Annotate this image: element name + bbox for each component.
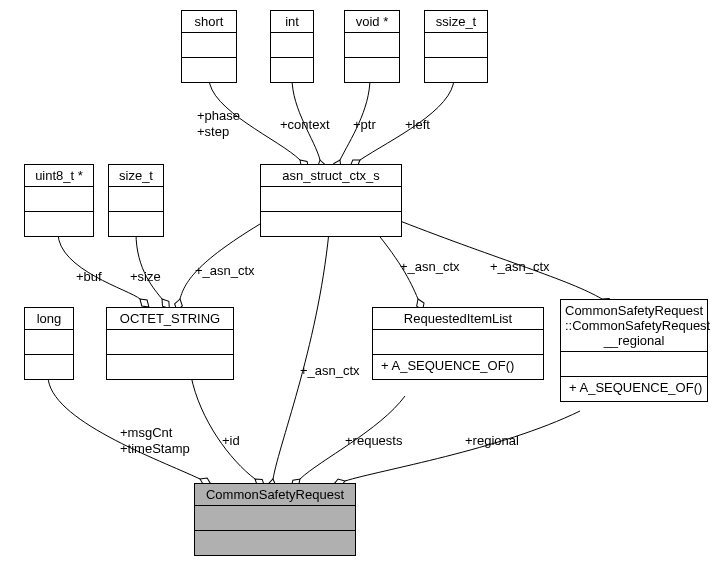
class-octet-string: OCTET_STRING bbox=[106, 307, 234, 380]
class-title-line: __regional bbox=[565, 333, 703, 348]
class-title: short bbox=[182, 11, 236, 33]
class-title: RequestedItemList bbox=[373, 308, 543, 330]
edge-label-buf: +buf bbox=[76, 269, 102, 285]
class-regional: CommonSafetyRequest ::CommonSafetyReques… bbox=[560, 299, 708, 402]
edge-label-asnctx-3: +_asn_ctx bbox=[490, 259, 550, 275]
class-title: CommonSafetyRequest bbox=[195, 484, 355, 506]
class-common-safety-request: CommonSafetyRequest bbox=[194, 483, 356, 556]
edge-label-left: +left bbox=[405, 117, 430, 133]
class-asn-struct: asn_struct_ctx_s bbox=[260, 164, 402, 237]
class-title: int bbox=[271, 11, 313, 33]
class-title: long bbox=[25, 308, 73, 330]
class-title: uint8_t * bbox=[25, 165, 93, 187]
class-short: short bbox=[181, 10, 237, 83]
class-size_t: size_t bbox=[108, 164, 164, 237]
class-requested-item-list: RequestedItemList + A_SEQUENCE_OF() bbox=[372, 307, 544, 380]
class-voidptr: void * bbox=[344, 10, 400, 83]
edge-label-phase-step: +phase +step bbox=[197, 108, 240, 139]
edge-label-requests: +requests bbox=[345, 433, 402, 449]
class-title: size_t bbox=[109, 165, 163, 187]
class-title: ssize_t bbox=[425, 11, 487, 33]
edge-label-regional: +regional bbox=[465, 433, 519, 449]
class-int: int bbox=[270, 10, 314, 83]
class-title-line: ::CommonSafetyRequest bbox=[565, 318, 703, 333]
edge-label-ptr: +ptr bbox=[353, 117, 376, 133]
edge-label-asnctx-4: +_asn_ctx bbox=[300, 363, 360, 379]
edge-label-id: +id bbox=[222, 433, 240, 449]
class-method: + A_SEQUENCE_OF() bbox=[373, 355, 543, 379]
class-ssize_t: ssize_t bbox=[424, 10, 488, 83]
edge-label-size: +size bbox=[130, 269, 161, 285]
edge-label-asnctx-2: +_asn_ctx bbox=[400, 259, 460, 275]
edge-label-context: +context bbox=[280, 117, 330, 133]
class-title: void * bbox=[345, 11, 399, 33]
class-title: asn_struct_ctx_s bbox=[261, 165, 401, 187]
class-uint8ptr: uint8_t * bbox=[24, 164, 94, 237]
class-method: + A_SEQUENCE_OF() bbox=[561, 377, 707, 401]
edge-label-asnctx-1: +_asn_ctx bbox=[195, 263, 255, 279]
class-title-line: CommonSafetyRequest bbox=[565, 303, 703, 318]
edge-label-msgcnt: +msgCnt +timeStamp bbox=[120, 425, 190, 456]
class-title: OCTET_STRING bbox=[107, 308, 233, 330]
class-long: long bbox=[24, 307, 74, 380]
